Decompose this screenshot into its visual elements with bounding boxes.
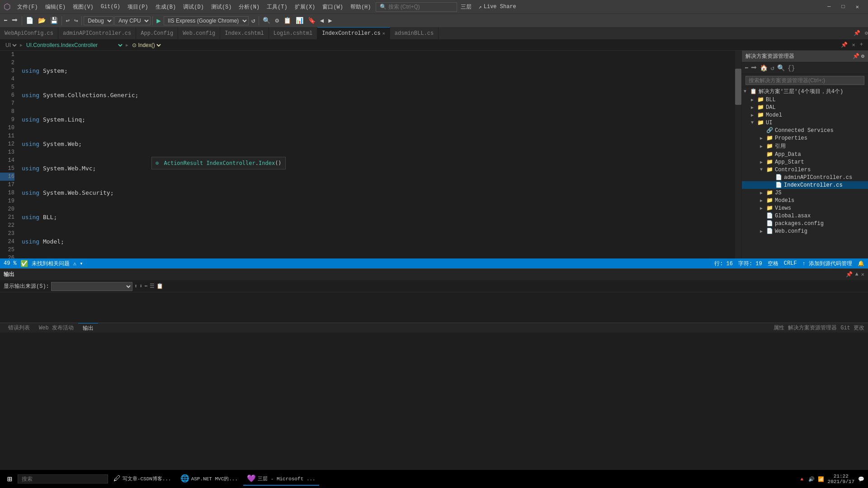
se-tb-refresh[interactable]: ↺ (769, 64, 775, 72)
output-tb1[interactable]: ⬆ (134, 283, 137, 290)
tb-icon3[interactable]: 📋 (282, 16, 293, 25)
tb-save-all[interactable]: 💾 (48, 16, 60, 25)
menu-help[interactable]: 帮助(H) (348, 3, 374, 11)
breadcrumb-project-select[interactable]: UI (4, 42, 18, 49)
tree-js[interactable]: ▶ 📁 JS (742, 189, 868, 197)
tree-bll[interactable]: ▶ 📁 BLL (742, 96, 868, 103)
global-search[interactable]: 🔍 (376, 2, 457, 12)
tb-icon5[interactable]: 🔖 (306, 16, 317, 25)
tb-icon7[interactable]: ▶ (326, 16, 334, 25)
breadcrumb-pin[interactable]: 📌 (840, 42, 849, 48)
code-editor[interactable]: using System; using System.Collections.G… (18, 51, 735, 258)
tab-webconfig[interactable]: Web.config (178, 27, 220, 40)
tb-refresh[interactable]: ↺ (250, 16, 257, 25)
se-tb-forward[interactable]: ⮕ (750, 65, 758, 72)
tab-indexcontroller-close[interactable]: ✕ (382, 31, 385, 36)
taskbar-search-input[interactable] (22, 476, 94, 482)
output-tb4[interactable]: ☰ (150, 283, 155, 290)
breadcrumb-method-select[interactable]: ⊙ Index() (130, 42, 162, 49)
tb-open[interactable]: 📂 (36, 16, 47, 25)
menu-extensions[interactable]: 扩展(X) (292, 3, 318, 11)
add-source[interactable]: ↑ 添加到源代码管理 (802, 260, 852, 267)
tree-models[interactable]: ▶ 📁 Models (742, 197, 868, 204)
se-tb-code[interactable]: {} (787, 65, 796, 72)
tab-errors[interactable]: 错误列表 (4, 323, 34, 333)
iis-select[interactable]: IIS Express (Google Chrome) (164, 16, 249, 25)
se-search-input[interactable] (745, 76, 864, 85)
se-bottom-tab-properties[interactable]: 属性 (774, 324, 784, 332)
tree-global[interactable]: 📄 Global.asax (742, 212, 868, 220)
tab-adsminbll[interactable]: adsminBLL.cs (390, 27, 439, 40)
close-btn[interactable]: ✕ (850, 4, 864, 10)
se-gear[interactable]: ⚙ (861, 53, 864, 60)
tb-forward[interactable]: ⮕ (10, 16, 20, 25)
output-tb3[interactable]: ⬅ (144, 283, 147, 290)
tab-index-cshtml[interactable]: Index.cshtml (220, 27, 269, 40)
tree-appdata[interactable]: 📁 App_Data (742, 150, 868, 158)
run-btn[interactable]: ▶ (155, 16, 163, 25)
cpu-config-select[interactable]: Any CPU (114, 16, 151, 25)
editor-scrollbar[interactable] (735, 51, 741, 258)
output-maximize[interactable]: ▲ (855, 271, 859, 278)
menu-build[interactable]: 生成(B) (153, 3, 179, 11)
taskbar-search[interactable] (18, 474, 108, 483)
tb-back[interactable]: ⬅ (2, 16, 9, 25)
maximize-btn[interactable]: □ (836, 4, 850, 10)
tree-model[interactable]: ▶ 📁 Model (742, 111, 868, 119)
debug-config-select[interactable]: Debug (84, 16, 113, 25)
output-pin[interactable]: 📌 (846, 271, 853, 278)
live-share-btn[interactable]: ↗ Live Share (479, 4, 516, 10)
tree-views[interactable]: ▶ 📁 Views (742, 204, 868, 212)
tab-gear[interactable]: ⚙ (865, 30, 868, 37)
output-close[interactable]: ✕ (861, 271, 864, 278)
tb-icon2[interactable]: ⚙ (273, 16, 280, 25)
breadcrumb-close[interactable]: ✕ (851, 42, 857, 48)
tree-appstart[interactable]: ▶ 📁 App_Start (742, 158, 868, 166)
tab-login-cshtml[interactable]: Login.cshtml (269, 27, 317, 40)
menu-git[interactable]: Git(G) (98, 4, 123, 10)
tb-new[interactable]: 📄 (24, 16, 35, 25)
taskbar-notifications[interactable]: 💬 (858, 476, 864, 482)
tree-connected[interactable]: 🔗 Connected Services (742, 127, 868, 134)
tb-redo[interactable]: ↪ (72, 16, 80, 25)
tree-refs[interactable]: ▶ 📁 引用 (742, 142, 868, 150)
menu-project[interactable]: 项目(P) (125, 3, 151, 11)
output-source-select[interactable] (51, 282, 132, 291)
se-tb-filter[interactable]: 🔍 (776, 64, 786, 72)
tab-appconfig[interactable]: App.Config (136, 27, 178, 40)
menu-edit[interactable]: 编辑(E) (42, 3, 69, 11)
output-tb5[interactable]: 📋 (156, 283, 163, 290)
tab-adminapi[interactable]: adminAPIController.cs (58, 27, 136, 40)
tree-adminapi-file[interactable]: 📄 adminAPIController.cs (742, 174, 868, 181)
tree-controllers[interactable]: ▼ 📁 Controllers (742, 166, 868, 174)
tab-pin-btn[interactable]: 📌 (851, 30, 863, 37)
tree-ui[interactable]: ▼ 📁 UI (742, 119, 868, 127)
se-bottom-tab-solution[interactable]: 解决方案资源管理器 (788, 324, 837, 332)
tb-icon4[interactable]: 📊 (294, 16, 305, 25)
tree-packages[interactable]: 📄 packages.config (742, 220, 868, 227)
breadcrumb-namespace-select[interactable]: UI.Controllers.IndexController (24, 42, 124, 49)
tab-web-publish[interactable]: Web 发布活动 (34, 323, 78, 333)
taskbar-edge[interactable]: 🖊 写文章-CSDN博客... (110, 473, 175, 486)
zoom-level[interactable]: 49 % (4, 260, 17, 267)
editor-scrollbar-thumb[interactable] (735, 69, 741, 105)
menu-test[interactable]: 测试(S) (208, 3, 235, 11)
tree-dal[interactable]: ▶ 📁 DAL (742, 103, 868, 111)
start-button[interactable]: ⊞ (4, 474, 16, 484)
tab-indexcontroller[interactable]: IndexController.cs ✕ (317, 27, 390, 40)
tree-properties[interactable]: ▶ 📁 Properties (742, 134, 868, 142)
output-tb2[interactable]: ⬇ (139, 283, 142, 290)
tab-webapi[interactable]: WebApiConfig.cs (0, 27, 58, 40)
menu-window[interactable]: 窗口(W) (320, 3, 346, 11)
global-search-input[interactable] (388, 4, 447, 10)
menu-file[interactable]: 文件(F) (14, 3, 41, 11)
tb-undo[interactable]: ↩ (64, 16, 71, 25)
tree-root[interactable]: ▼ 📋 解决方案'三层'(4个项目，共4个) (742, 87, 868, 96)
menu-debug[interactable]: 调试(D) (180, 3, 207, 11)
tb-icon1[interactable]: 🔍 (261, 16, 272, 25)
taskbar-chrome[interactable]: 🌐 ASP.NET MVC的... (177, 472, 241, 486)
se-pin[interactable]: 📌 (853, 53, 859, 60)
tab-output[interactable]: 输出 (78, 323, 98, 333)
breadcrumb-new-tab[interactable]: + (859, 42, 864, 48)
menu-view[interactable]: 视图(V) (70, 3, 96, 11)
